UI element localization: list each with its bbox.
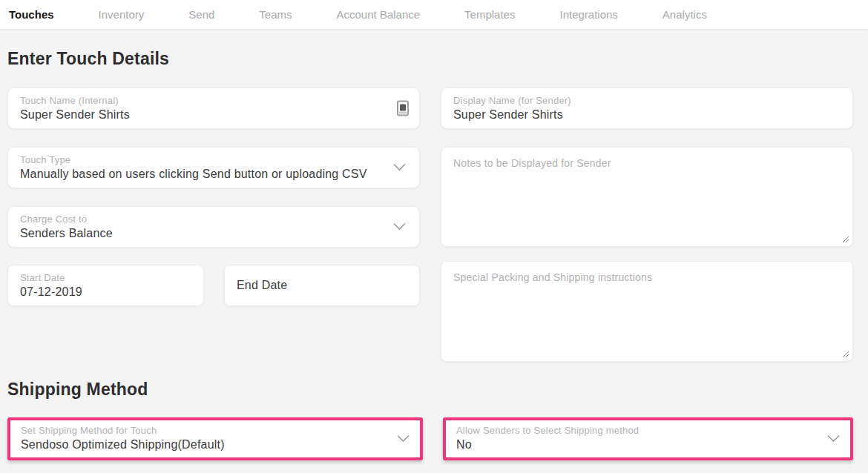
allow-senders-select[interactable]: Allow Senders to Select Shipping method … [443, 417, 853, 460]
end-date-field[interactable]: End Date [224, 265, 420, 306]
allow-senders-label: Allow Senders to Select Shipping method [456, 425, 840, 436]
page-title: Enter Touch Details [7, 49, 169, 69]
start-date-value: 07-12-2019 [20, 285, 191, 299]
charge-cost-label: Charge Cost to [20, 214, 407, 225]
nav-tab-inventory[interactable]: Inventory [99, 8, 145, 21]
notes-textarea[interactable] [441, 148, 852, 246]
resize-handle-icon[interactable] [842, 351, 849, 358]
touch-name-label: Touch Name (Internal) [20, 95, 407, 106]
display-name-field[interactable]: Display Name (for Sender) Super Sender S… [441, 87, 853, 129]
resize-handle-icon[interactable] [842, 236, 849, 243]
chevron-down-icon [397, 435, 410, 443]
touch-name-value: Super Sender Shirts [20, 108, 407, 122]
end-date-placeholder: End Date [237, 279, 287, 292]
start-date-field[interactable]: Start Date 07-12-2019 [7, 265, 204, 306]
chevron-down-icon [827, 435, 840, 443]
nav-tab-templates[interactable]: Templates [464, 8, 515, 21]
shipping-method-select[interactable]: Set Shipping Method for Touch Sendoso Op… [7, 417, 423, 460]
display-name-value: Super Sender Shirts [453, 108, 841, 122]
chevron-down-icon [393, 164, 406, 172]
page: Touches Inventory Send Teams Account Bal… [0, 0, 868, 473]
top-nav: Touches Inventory Send Teams Account Bal… [0, 0, 868, 30]
chevron-down-icon [393, 223, 406, 231]
charge-cost-value: Senders Balance [20, 227, 407, 240]
autofill-extension-icon[interactable] [397, 101, 409, 116]
shipping-method-label: Set Shipping Method for Touch [21, 425, 410, 436]
display-name-label: Display Name (for Sender) [453, 95, 841, 106]
special-packing-textarea[interactable] [441, 262, 852, 361]
nav-tab-touches[interactable]: Touches [9, 8, 54, 21]
touch-type-select[interactable]: Touch Type Manually based on users click… [7, 147, 420, 188]
nav-tab-analytics[interactable]: Analytics [662, 8, 707, 21]
nav-tab-send[interactable]: Send [188, 8, 214, 21]
nav-tab-integrations[interactable]: Integrations [559, 8, 617, 21]
special-packing-field-card [441, 261, 853, 362]
shipping-section-title: Shipping Method [7, 380, 148, 400]
charge-cost-select[interactable]: Charge Cost to Senders Balance [7, 206, 420, 248]
shipping-method-value: Sendoso Optimized Shipping(Default) [21, 438, 410, 452]
touch-type-value: Manually based on users clicking Send bu… [20, 168, 407, 181]
start-date-label: Start Date [20, 272, 191, 283]
touch-type-label: Touch Type [20, 154, 407, 165]
notes-field-card [441, 147, 853, 247]
allow-senders-value: No [456, 438, 840, 452]
nav-tab-account-balance[interactable]: Account Balance [337, 8, 421, 21]
touch-name-field[interactable]: Touch Name (Internal) Super Sender Shirt… [7, 87, 420, 129]
nav-tab-teams[interactable]: Teams [259, 8, 292, 21]
